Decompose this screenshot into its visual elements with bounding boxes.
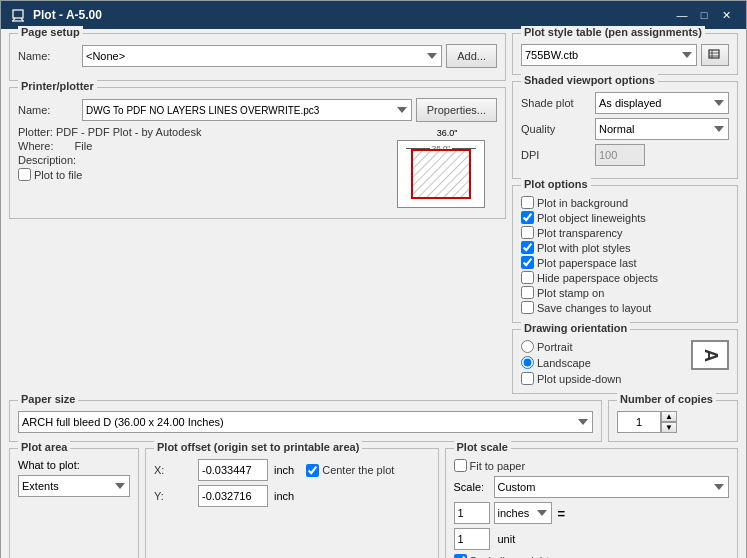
plot-style-edit-button[interactable] (701, 44, 729, 66)
scale-lineweights-label[interactable]: Scale lineweights (454, 554, 730, 558)
scale-value-row: inches = (454, 502, 730, 524)
x-input[interactable] (198, 459, 268, 481)
hide-paperspace-objects-check[interactable] (521, 271, 534, 284)
y-unit: inch (274, 490, 294, 502)
plot-style-table-section: Plot style table (pen assignments) 755BW… (512, 33, 738, 75)
scale-lineweights-text: Scale lineweights (470, 555, 555, 559)
plot-object-lineweights-text: Plot object lineweights (537, 212, 646, 224)
num-copies-input[interactable] (617, 411, 661, 433)
paper-size-select[interactable]: ARCH full bleed D (36.00 x 24.00 Inches) (18, 411, 593, 433)
dialog-title: Plot - A-5.00 (33, 8, 102, 22)
scale-value2-input[interactable] (454, 528, 490, 550)
where-row: Where: File (18, 140, 391, 152)
plot-in-background-check[interactable] (521, 196, 534, 209)
shade-plot-select[interactable]: As displayed (595, 92, 729, 114)
paper-size-section: Paper size ARCH full bleed D (36.00 x 24… (9, 400, 602, 442)
desc-row: Description: (18, 154, 391, 166)
plot-to-file-check[interactable] (18, 168, 31, 181)
page-setup-label: Page setup (18, 26, 83, 38)
what-to-plot-label: What to plot: (18, 459, 80, 471)
plot-in-background-label[interactable]: Plot in background (521, 196, 729, 209)
minimize-button[interactable]: — (672, 6, 692, 24)
portrait-radio[interactable] (521, 340, 534, 353)
scale-value1-input[interactable] (454, 502, 490, 524)
printer-name-row: Name: DWG To PDF NO LAYERS LINES OVERWRI… (18, 98, 497, 122)
plot-style-row: 755BW.ctb (521, 44, 729, 66)
scale-lineweights-check[interactable] (454, 554, 467, 558)
printer-name-select[interactable]: DWG To PDF NO LAYERS LINES OVERWRITE.pc3 (82, 99, 412, 121)
title-bar-left: Plot - A-5.00 (11, 7, 102, 23)
plot-transparency-check[interactable] (521, 226, 534, 239)
plot-scale-label: Plot scale (454, 441, 511, 453)
plot-upside-down-label[interactable]: Plot upside-down (521, 372, 621, 385)
x-unit: inch (274, 464, 294, 476)
plot-transparency-label[interactable]: Plot transparency (521, 226, 729, 239)
shaded-viewport-section: Shaded viewport options Shade plot As di… (512, 81, 738, 179)
plot-with-plot-styles-check[interactable] (521, 241, 534, 254)
plot-upside-down-check[interactable] (521, 372, 534, 385)
plotter-value: PDF - PDF Plot - by Autodesk (56, 126, 202, 138)
fit-to-paper-check[interactable] (454, 459, 467, 472)
printer-plotter-label: Printer/plotter (18, 80, 97, 92)
plot-style-select[interactable]: 755BW.ctb (521, 44, 697, 66)
plot-to-file-label[interactable]: Plot to file (18, 168, 391, 181)
maximize-button[interactable]: □ (694, 6, 714, 24)
properties-button[interactable]: Properties... (416, 98, 497, 122)
close-button[interactable]: ✕ (716, 6, 736, 24)
drawing-orientation-section: Drawing orientation Portrait Landscape (512, 329, 738, 394)
plot-dialog: Plot - A-5.00 — □ ✕ Page setup Name: <No… (0, 0, 747, 558)
center-plot-check[interactable] (306, 464, 319, 477)
scale-label: Scale: (454, 481, 490, 493)
plot-with-plot-styles-text: Plot with plot styles (537, 242, 631, 254)
page-setup-name-row: Name: <None> Add... (18, 44, 497, 68)
shade-plot-label: Shade plot (521, 97, 591, 109)
spinner-buttons: ▲ ▼ (661, 411, 677, 433)
num-copies-label: Number of copies (617, 393, 716, 405)
quality-label: Quality (521, 123, 591, 135)
plot-with-plot-styles-label[interactable]: Plot with plot styles (521, 241, 729, 254)
fit-to-paper-label[interactable]: Fit to paper (454, 459, 730, 472)
what-to-plot-row: What to plot: (18, 459, 130, 471)
page-setup-name-select[interactable]: <None> (82, 45, 442, 67)
save-changes-label[interactable]: Save changes to layout (521, 301, 729, 314)
plot-offset-section: Plot offset (origin set to printable are… (145, 448, 439, 558)
plot-paperspace-last-label[interactable]: Plot paperspace last (521, 256, 729, 269)
left-panel: Page setup Name: <None> Add... Printer/p… (9, 33, 506, 394)
plot-stamp-on-check[interactable] (521, 286, 534, 299)
unit-label: unit (498, 533, 516, 545)
plot-options-label: Plot options (521, 178, 591, 190)
dpi-input[interactable] (595, 144, 645, 166)
plot-in-background-text: Plot in background (537, 197, 628, 209)
center-plot-label[interactable]: Center the plot (306, 464, 394, 477)
plot-object-lineweights-check[interactable] (521, 211, 534, 224)
preview-area: 36.0" 36.0" (397, 126, 497, 208)
scale-lineweights-row: Scale lineweights (454, 554, 730, 558)
landscape-label[interactable]: Landscape (521, 356, 621, 369)
title-controls: — □ ✕ (672, 6, 736, 24)
eq-sign: = (558, 506, 566, 521)
orientation-radios: Portrait Landscape Plot upside-down (521, 340, 621, 385)
plot-area-section: Plot area What to plot: Extents (9, 448, 139, 558)
printer-plotter-section: Printer/plotter Name: DWG To PDF NO LAYE… (9, 87, 506, 219)
hide-paperspace-objects-label[interactable]: Hide paperspace objects (521, 271, 729, 284)
plot-paperspace-last-check[interactable] (521, 256, 534, 269)
units-select[interactable]: inches (494, 502, 552, 524)
plot-style-table-label: Plot style table (pen assignments) (521, 26, 705, 38)
save-changes-check[interactable] (521, 301, 534, 314)
plot-scale-section: Plot scale Fit to paper Scale: Custom (445, 448, 739, 558)
landscape-radio[interactable] (521, 356, 534, 369)
quality-select[interactable]: Normal (595, 118, 729, 140)
what-to-plot-select[interactable]: Extents (18, 475, 130, 497)
y-input[interactable] (198, 485, 268, 507)
plot-options-section: Plot options Plot in background Plot obj… (512, 185, 738, 323)
orientation-content: Portrait Landscape Plot upside-down (521, 340, 729, 385)
spinner-up-button[interactable]: ▲ (661, 411, 677, 422)
portrait-label[interactable]: Portrait (521, 340, 621, 353)
spinner-down-button[interactable]: ▼ (661, 422, 677, 433)
plotter-label: Plotter: (18, 126, 53, 138)
add-button[interactable]: Add... (446, 44, 497, 68)
plot-object-lineweights-label[interactable]: Plot object lineweights (521, 211, 729, 224)
plot-stamp-on-label[interactable]: Plot stamp on (521, 286, 729, 299)
drawing-orientation-label: Drawing orientation (521, 322, 630, 334)
scale-select[interactable]: Custom (494, 476, 730, 498)
